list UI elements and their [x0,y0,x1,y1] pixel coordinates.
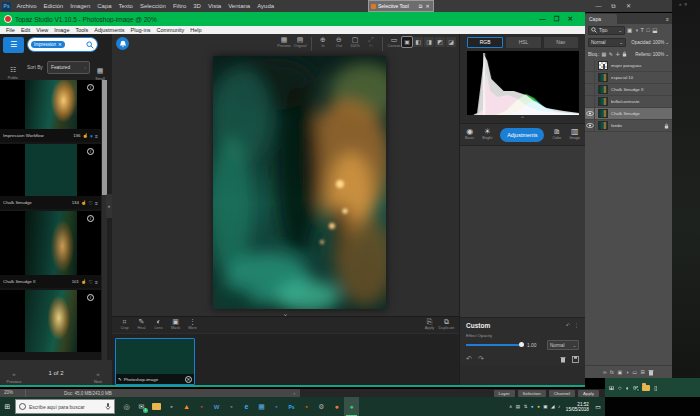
new-group-icon[interactable]: ▭ [632,369,637,375]
favorite-icon[interactable]: ♥ [90,133,93,139]
thumbs-up-icon[interactable]: ☝ [82,133,88,138]
effects-scrollbar[interactable] [102,80,107,360]
start-button[interactable]: ⊞ [0,403,15,411]
layer-thumbnail[interactable] [598,109,608,118]
heal-button[interactable]: ✎ Heal [133,318,150,330]
tz-menu-community[interactable]: Community [153,27,187,33]
ps-menu-3d[interactable]: 3D [190,3,205,9]
effect-tile[interactable]: i Impression Workflow 136 ☝ ♥ ≡ [0,80,101,142]
zoom-100-button[interactable]: ▢ 100% [347,36,363,48]
effect-menu-icon[interactable]: ≡ [95,279,98,285]
filmstrip-thumbnail[interactable]: ✎ Photoshop-image ✕ [115,338,195,385]
canvas-button[interactable]: ▭ Canvas [386,36,402,48]
blend-mode-dropdown[interactable]: Normal ⌄ [547,340,579,350]
mask-button[interactable]: ▣ Mask [167,318,184,330]
view-split-bottom-button[interactable]: ◪ [446,37,456,47]
file-explorer-icon[interactable] [149,397,164,416]
layer-effects-icon[interactable]: fx [610,369,614,375]
cortana-icon[interactable]: ○ [618,385,622,391]
fill-control[interactable]: Relleno: 100% ⌄ [635,52,669,57]
layer-thumbnail[interactable] [598,61,608,70]
ps-menu-ayuda[interactable]: Ayuda [254,3,278,9]
view-single-button[interactable]: ▣ [402,37,412,47]
tz-menu-tools[interactable]: Tools [72,27,91,33]
lock-position-icon[interactable]: ✛ [615,51,619,57]
tray-icon[interactable]: ▣ [543,404,547,409]
filter-smart-icon[interactable]: ⬓ [652,27,657,33]
favorite-icon[interactable]: ♡ [89,200,93,206]
duplicate-button[interactable]: ⧉ Duplicate [438,318,455,330]
layer-thumbnail[interactable] [598,73,608,82]
thumbs-up-icon[interactable]: ☝ [81,279,87,284]
redo-button[interactable]: ↷ [478,355,484,363]
effects-search-input[interactable]: Impression ✕ [27,37,98,52]
app-icon[interactable]: ▪ [299,397,314,416]
filter-type-icon[interactable]: T [641,27,644,33]
settings-gear-icon[interactable]: ⚙ [314,397,329,416]
mail-icon[interactable]: ✉1 [134,397,149,416]
output-layer-button[interactable]: Layer [494,390,515,397]
ps-menu-archivo[interactable]: Archivo [13,3,40,9]
effect-opacity-slider[interactable] [466,344,524,346]
ps-menu-texto[interactable]: Texto [115,3,136,9]
ps-menu-filtro[interactable]: Filtro [169,3,189,9]
dock-collapse-icon[interactable]: « [679,2,682,7]
status-chevron-icon[interactable]: › [294,391,296,396]
filmstrip-remove-icon[interactable]: ✕ [185,376,192,383]
tz-menu-help[interactable]: Help [187,27,204,33]
new-layer-icon[interactable]: ⊞ [640,369,644,375]
layer-thumbnail[interactable] [598,97,608,106]
preview-button[interactable]: ▦ Preview [276,36,292,48]
word-icon[interactable]: W [209,397,224,416]
search-tag-remove-icon[interactable]: ✕ [58,42,62,47]
ps-menu-capa[interactable]: Capa [94,3,115,9]
cortana-circle-icon[interactable]: ◎ [119,397,134,416]
effect-tile[interactable]: i Chalk Smudge 134 ☝ ♡ ≡ [0,144,101,209]
output-selection-button[interactable]: Selection [518,390,546,397]
tray-icon[interactable]: ▤ [516,404,520,409]
sort-dropdown[interactable]: Featured ↕ [47,61,90,74]
histogram-collapse-chevron[interactable]: ⌃ [460,116,585,123]
tray-icon[interactable]: ⇅ [524,404,528,409]
tab-nav[interactable]: Nav [544,37,578,48]
add-mask-icon[interactable]: ▣ [617,369,622,375]
topaz-close-button[interactable]: ✕ [568,15,573,23]
effect-thumbnail[interactable] [25,144,77,196]
filter-shape-icon[interactable]: □ [646,27,649,33]
custom-menu-icon[interactable]: ⋮ [574,322,579,328]
ps-menu-vista[interactable]: Vista [204,3,224,9]
photoshop-icon[interactable]: Ps [284,397,299,416]
basic-button[interactable]: ◉ Basic [465,127,474,140]
ps-minimize-button[interactable]: — [591,0,606,12]
ps-menu-ventana[interactable]: Ventana [225,3,254,9]
file-explorer-icon[interactable] [642,385,650,391]
selective-tool-restore-button[interactable]: ⧉ [417,3,424,10]
layer-row[interactable]: Chalk Smudge II [585,84,672,96]
apply-button[interactable]: ⎘ Apply [421,318,438,330]
visibility-toggle[interactable] [585,96,595,108]
delete-icon[interactable] [560,356,566,363]
lens-button[interactable]: ◐ Lens [150,318,167,330]
tz-menu-image[interactable]: Image [51,27,72,33]
layer-row[interactable]: espacial 10 [585,72,672,84]
visibility-toggle[interactable] [585,72,595,84]
network-signal-icon[interactable]: ◢ [551,404,554,409]
info-icon[interactable]: i [87,294,94,301]
favorite-icon[interactable]: ♡ [89,279,93,285]
blend-mode-dropdown-ps[interactable]: Normal ⌄ [588,38,626,47]
tray-icon[interactable]: ● [531,404,534,409]
ps-close-button[interactable]: ✕ [621,0,636,12]
ps-menu-edicion[interactable]: Edición [40,3,67,9]
previous-page-button[interactable]: « Previous [4,362,24,384]
adjustments-button[interactable]: Adjustments [500,128,544,142]
zoom-level[interactable]: 20% [0,389,26,397]
tray-icon[interactable]: ● [537,404,540,409]
adjustment-layer-icon[interactable]: ◑ [626,369,629,375]
custom-reset-icon[interactable]: ↶ [566,322,570,328]
public-filter-button[interactable]: ☷ Public [3,58,23,80]
lock-transparency-icon[interactable]: ▩ [602,51,607,57]
search-icon[interactable] [86,41,94,49]
effect-menu-icon[interactable]: ≡ [95,200,98,206]
layer-thumbnail[interactable] [598,85,608,94]
info-icon[interactable]: i [87,84,94,91]
